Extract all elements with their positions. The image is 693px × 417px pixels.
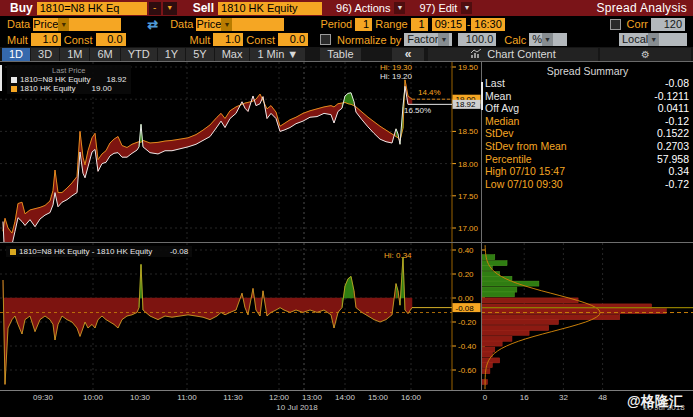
const-input-1[interactable]: 0.0 [96, 33, 126, 46]
histogram-tick-label: 32 [559, 393, 568, 402]
swap-securities-icon[interactable]: ⇄ [147, 17, 158, 32]
summary-row: Low 07/10 09:30-0.72 [482, 178, 693, 191]
legend-item[interactable]: 1810 HK Equity 19.00 [11, 84, 127, 93]
period-tab-bar: 1D3D1M6MYTD1Y5YMax1 Min ▼Table « Chart C… [0, 47, 693, 62]
range-label: Range [375, 18, 407, 30]
series-last-value: 18.92 [101, 75, 127, 84]
series-swatch [11, 77, 17, 83]
const-input-2[interactable]: 0.0 [278, 33, 308, 46]
histogram-tick-label: 16 [520, 393, 529, 402]
tab-6m[interactable]: 6M [90, 48, 119, 61]
summary-row: Percentile57.958 [482, 153, 693, 166]
normalize-mode-select[interactable]: Factor ▼ [404, 33, 452, 46]
legend-item[interactable]: 1810=N8 HK Equity - 1810 HK Equity -0.08 [10, 247, 188, 256]
tab-1d[interactable]: 1D [2, 48, 30, 61]
data-label-2: Data [170, 18, 193, 30]
range-start-input[interactable]: 09:15 [432, 18, 466, 31]
toolbar-row-data: Data Price ▼ ⇄ Data Price ▼ Period 1 Ran… [0, 16, 693, 32]
collapse-panel-button[interactable]: « [392, 48, 424, 61]
toolbar-row-mult: Mult 1.0 Const 0.0 Mult 1.0 Const 0.0 No… [0, 32, 693, 47]
summary-row: Mean-0.1211 [482, 90, 693, 103]
caret-down-icon: ▼ [648, 33, 659, 46]
range-end-input[interactable]: 16:30 [471, 18, 505, 31]
svg-text:18.00: 18.00 [458, 160, 479, 169]
buy-data-select[interactable]: Price ▼ [33, 18, 121, 31]
panel-divider-horizontal [0, 242, 693, 243]
tab-1-min[interactable]: 1 Min ▼ [250, 48, 305, 61]
tab-1y[interactable]: 1Y [158, 48, 185, 61]
time-tick-label: 10:30 [130, 393, 150, 402]
currency-select[interactable]: Local ▼ [619, 33, 687, 46]
time-tick-label: 10:00 [83, 393, 103, 402]
time-tick-label: 09:30 [33, 393, 53, 402]
buy-dropdown-icon[interactable]: ▼ [163, 2, 177, 15]
sell-security-input[interactable]: 1810 HK Equity [218, 2, 322, 15]
series-swatch [11, 86, 17, 92]
mult-label-2: Mult [190, 34, 211, 46]
svg-text:-0.20: -0.20 [458, 318, 477, 327]
summary-row: High 07/10 15:470.34 [482, 165, 693, 178]
range-input[interactable]: 1 [411, 18, 428, 31]
histogram-tick-label: 48 [598, 393, 607, 402]
period-input[interactable]: 1 [355, 18, 372, 31]
period-label: Period [320, 18, 352, 30]
price-chart-legend[interactable]: Last Price 1810=N8 HK Equity 18.92 1810 … [7, 65, 131, 94]
spread-histogram[interactable] [481, 243, 693, 390]
const-label-1: Const [64, 34, 93, 46]
histogram-tick-label: 0 [483, 393, 487, 402]
data-label-1: Data [7, 18, 30, 30]
svg-text:-0.08: -0.08 [456, 304, 475, 313]
tab-max[interactable]: Max [215, 48, 250, 61]
time-tick-label: 11:00 [177, 393, 196, 402]
svg-text:-0.40: -0.40 [458, 342, 477, 351]
svg-text:17.50: 17.50 [458, 192, 479, 201]
edit-caret-icon: ▼ [461, 2, 472, 14]
summary-title: Spread Summary [482, 62, 693, 77]
time-axis: 09:3010:0010:3011:0011:3012:0013:0014:00… [0, 390, 693, 417]
actions-menu[interactable]: 96) Actions ▼ [336, 2, 405, 14]
price-high-annotation-white: Hi: 19.20 [380, 72, 412, 81]
svg-text:19.50: 19.50 [458, 63, 479, 72]
normalize-checkbox[interactable] [320, 34, 331, 45]
series-last-value: 19.00 [86, 84, 112, 93]
caret-down-icon: ▼ [438, 33, 449, 46]
time-tick-label: 16:00 [401, 393, 421, 402]
svg-text:18.92: 18.92 [456, 100, 477, 109]
tab-table[interactable]: Table [320, 48, 360, 61]
corr-input[interactable]: 120 [651, 18, 685, 31]
price-high-annotation-orange: Hi: 19.30 [380, 63, 412, 72]
corr-checkbox[interactable] [610, 19, 621, 30]
buy-security-input[interactable]: 1810=N8 HK Eq [37, 2, 147, 15]
series-last-value: -0.08 [162, 247, 188, 256]
pct-change-orange: 14.4% [418, 88, 441, 97]
tab-1m[interactable]: 1M [60, 48, 89, 61]
buy-label: Buy [10, 1, 33, 15]
spread-chart[interactable]: 0.400.200.00-0.20-0.40-0.60-0.08 [0, 243, 481, 390]
watermark: @格隆汇 [627, 393, 683, 411]
tab-ytd[interactable]: YTD [121, 48, 157, 61]
factor-amount-input[interactable]: 100.0 [458, 33, 496, 46]
svg-text:18.50: 18.50 [458, 127, 479, 136]
minus-button[interactable]: - [149, 2, 161, 15]
tab-3d[interactable]: 3D [31, 48, 59, 61]
caret-down-icon: ▼ [542, 33, 553, 46]
summary-row: Median-0.12 [482, 115, 693, 128]
chart-content-button[interactable]: Chart Content [428, 48, 598, 61]
edit-menu[interactable]: 97) Edit ▼ [419, 2, 472, 14]
chart-settings-button[interactable]: ⚙ [600, 48, 691, 61]
legend-item[interactable]: 1810=N8 HK Equity 18.92 [11, 75, 127, 84]
corr-label: Corr [627, 18, 648, 30]
actions-caret-icon: ▼ [394, 2, 405, 14]
mult-input-2[interactable]: 1.0 [213, 33, 243, 46]
tab-5y[interactable]: 5Y [186, 48, 213, 61]
mult-input-1[interactable]: 1.0 [31, 33, 61, 46]
calc-select[interactable]: % ▼ [529, 33, 567, 46]
summary-row: Off Avg0.0411 [482, 102, 693, 115]
pct-change-white: 16.50% [404, 106, 431, 115]
sell-data-select[interactable]: Price ▼ [196, 18, 284, 31]
spread-summary-panel: Spread Summary Last-0.08Mean-0.1211Off A… [482, 62, 693, 242]
svg-text:0.40: 0.40 [458, 246, 474, 255]
spread-chart-legend[interactable]: 1810=N8 HK Equity - 1810 HK Equity -0.08 [6, 246, 192, 257]
range-dash: - [467, 18, 471, 30]
time-tick-label: 14:00 [335, 393, 355, 402]
